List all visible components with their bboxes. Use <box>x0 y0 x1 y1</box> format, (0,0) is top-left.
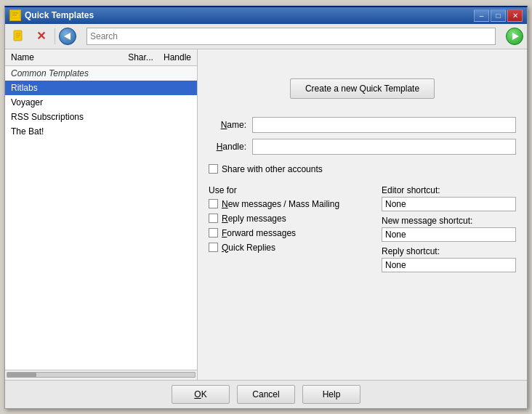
list-item[interactable]: The Bat! <box>5 124 197 139</box>
name-input[interactable] <box>252 117 516 133</box>
quick-replies-checkbox[interactable] <box>209 243 218 252</box>
quick-replies-label: Quick Replies <box>222 243 275 253</box>
use-for-right: Editor shortcut: New message shortcut: R… <box>382 185 516 277</box>
check-new-messages: New messages / Mass Mailing <box>209 199 371 209</box>
title-bar: Quick Templates – □ ✕ <box>5 7 527 24</box>
reply-messages-label: Reply messages <box>222 214 286 224</box>
title-bar-left: Quick Templates <box>9 9 94 21</box>
name-row: Name: <box>209 117 516 133</box>
create-btn-area: Create a new Quick Template <box>205 57 520 113</box>
new-messages-checkbox[interactable] <box>209 199 218 208</box>
go-button[interactable] <box>506 28 523 45</box>
new-template-toolbar-btn[interactable] <box>9 26 29 46</box>
new-message-shortcut-input[interactable] <box>382 227 516 242</box>
ok-button[interactable]: OK <box>172 385 230 404</box>
form-section: Name: Handle: <box>205 113 520 164</box>
column-name: Name <box>5 51 121 64</box>
editor-shortcut-input[interactable] <box>382 197 516 211</box>
main-window: Quick Templates – □ ✕ ✕ <box>4 6 528 409</box>
title-controls: – □ ✕ <box>474 9 523 22</box>
new-messages-label: New messages / Mass Mailing <box>222 199 339 209</box>
share-label: Share with other accounts <box>222 164 323 174</box>
scrollbar-track <box>7 372 196 378</box>
share-row: Share with other accounts <box>205 164 520 174</box>
column-handle: Handle <box>161 51 197 64</box>
svg-rect-2 <box>12 15 17 16</box>
template-list: Common Templates Ritlabs Voyager RSS Sub… <box>5 66 197 370</box>
delete-icon: ✕ <box>36 29 46 43</box>
handle-input[interactable] <box>252 139 516 155</box>
new-message-shortcut-label: New message shortcut: <box>382 216 516 226</box>
help-button[interactable]: Help <box>302 385 360 404</box>
handle-label: Handle: <box>209 142 252 152</box>
back-icon <box>64 33 70 40</box>
title-text: Quick Templates <box>25 10 94 20</box>
left-panel: Name Shar... Handle Common Templates Rit… <box>5 49 198 380</box>
reply-messages-checkbox[interactable] <box>209 214 218 223</box>
back-button[interactable] <box>59 28 76 45</box>
toolbar: ✕ <box>5 24 527 49</box>
share-checkbox[interactable] <box>209 164 218 174</box>
app-icon <box>9 9 21 21</box>
forward-messages-label: Forward messages <box>222 228 296 238</box>
minimize-button[interactable]: – <box>474 9 489 22</box>
svg-rect-1 <box>12 12 18 14</box>
cancel-button[interactable]: Cancel <box>237 385 295 404</box>
name-label: Name: <box>209 120 252 130</box>
maximize-button[interactable]: □ <box>491 9 506 22</box>
list-header: Name Shar... Handle <box>5 49 197 66</box>
create-template-button[interactable]: Create a new Quick Template <box>290 78 435 99</box>
editor-shortcut-label: Editor shortcut: <box>382 185 516 195</box>
use-for-left: Use for New messages / Mass Mailing Repl… <box>209 185 371 277</box>
forward-messages-checkbox[interactable] <box>209 228 218 238</box>
use-for-title: Use for <box>209 185 371 195</box>
main-area: Name Shar... Handle Common Templates Rit… <box>5 49 527 380</box>
search-box <box>86 28 496 45</box>
toolbar-separator-1 <box>55 28 55 44</box>
footer: OK Cancel Help <box>5 380 527 408</box>
list-item[interactable]: Ritlabs <box>5 81 197 95</box>
reply-shortcut-group: Reply shortcut: <box>382 246 516 272</box>
new-message-shortcut-group: New message shortcut: <box>382 216 516 242</box>
list-item[interactable]: RSS Subscriptions <box>5 110 197 124</box>
group-header: Common Templates <box>5 66 197 81</box>
check-reply-messages: Reply messages <box>209 214 371 224</box>
reply-shortcut-input[interactable] <box>382 258 516 272</box>
go-icon <box>512 33 519 40</box>
editor-shortcut-group: Editor shortcut: <box>382 185 516 211</box>
scrollbar-thumb[interactable] <box>7 373 36 377</box>
column-share: Shar... <box>121 51 161 64</box>
reply-shortcut-label: Reply shortcut: <box>382 246 516 256</box>
handle-row: Handle: <box>209 139 516 155</box>
close-button[interactable]: ✕ <box>507 9 523 22</box>
check-quick-replies: Quick Replies <box>209 243 371 253</box>
check-forward-messages: Forward messages <box>209 228 371 238</box>
use-for-section: Use for New messages / Mass Mailing Repl… <box>205 182 520 280</box>
svg-rect-3 <box>14 31 22 41</box>
right-panel: Create a new Quick Template Name: Handle… <box>198 49 527 380</box>
list-item[interactable]: Voyager <box>5 95 197 110</box>
search-input[interactable] <box>90 31 492 41</box>
horizontal-scrollbar[interactable] <box>5 370 197 380</box>
delete-toolbar-btn[interactable]: ✕ <box>31 26 51 46</box>
